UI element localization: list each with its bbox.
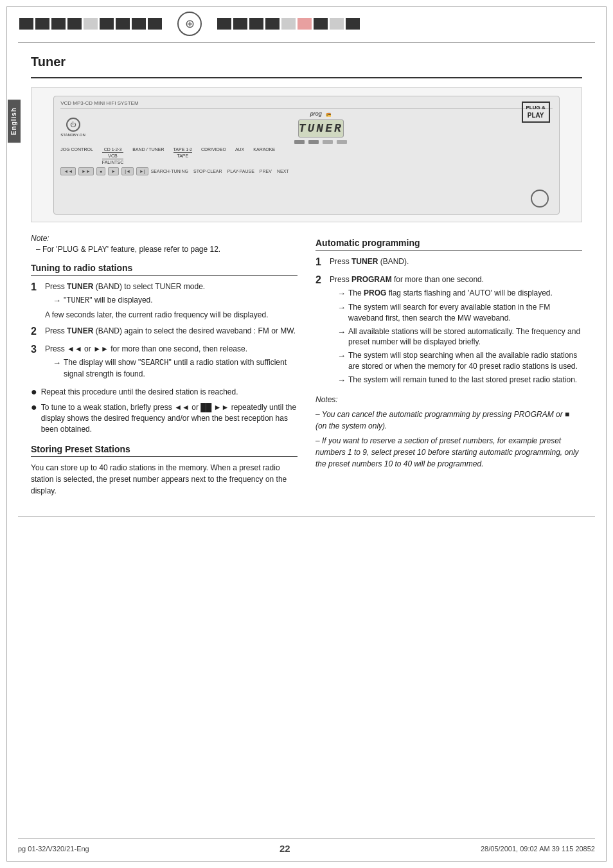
auto-step2-before: Press bbox=[330, 275, 351, 284]
step3-content: Press ◄◄ or ►► for more than one second,… bbox=[45, 343, 298, 382]
step3-rw: ◄◄ bbox=[67, 344, 82, 353]
header-block-2 bbox=[35, 18, 49, 30]
indicator-bar-4 bbox=[337, 140, 347, 144]
indicator-bar-1 bbox=[294, 140, 305, 144]
header-block-r5 bbox=[281, 18, 296, 30]
auto-step1-content: Press TUNER (BAND). bbox=[330, 256, 582, 269]
stop-clear-label: STOP-CLEAR bbox=[193, 169, 222, 173]
ctrl-play: ► bbox=[108, 167, 119, 175]
tape-label: TAPE 1·2 TAPE bbox=[173, 147, 192, 164]
device-main-row: ⏻ STANDBY·ON prog 📻 TUNER bbox=[60, 111, 553, 144]
footer-center: 22 bbox=[280, 843, 290, 854]
bullet-1: ● Repeat this procedure until the desire… bbox=[31, 387, 298, 398]
header-block-7 bbox=[116, 18, 130, 30]
arrow-icon-3: → bbox=[53, 357, 61, 380]
auto-arrow-2: → The system will search for every avail… bbox=[337, 302, 582, 324]
cd123-label: CD 1·2·3 VCB FAL/NTSC bbox=[102, 147, 123, 164]
footer-right: 28/05/2001, 09:02 AM 39 115 20852 bbox=[481, 845, 595, 853]
header-blocks-right bbox=[217, 18, 360, 30]
auto-step2-content: Press PROGRAM for more than one second. … bbox=[330, 274, 582, 389]
english-tab: English bbox=[8, 100, 21, 143]
device-top-bar: VCD MP3-CD MINI HIFI SYSTEM bbox=[60, 100, 553, 109]
auto-arrow-icon-2: → bbox=[337, 302, 346, 324]
header-block-r3 bbox=[249, 18, 263, 30]
auto-arrow-icon-4: → bbox=[337, 350, 346, 372]
step2-num: 2 bbox=[31, 325, 41, 339]
compass-icon: ⊕ bbox=[185, 17, 195, 31]
step2-bold: TUNER bbox=[67, 326, 93, 335]
note-section: Note: – For 'PLUG & PLAY' feature, pleas… bbox=[31, 234, 298, 254]
auto-arrow-5: → The system will remain tuned to the la… bbox=[337, 375, 582, 386]
notes-italic-label: Notes: bbox=[315, 395, 338, 404]
device-image: VCD MP3-CD MINI HIFI SYSTEM ⏻ STANDBY·ON… bbox=[31, 87, 582, 222]
auto-note-2: – If you want to reserve a section of pr… bbox=[315, 435, 582, 470]
header-block-r8 bbox=[330, 18, 344, 30]
auto-arrow-3-text: All available stations will be stored au… bbox=[348, 326, 582, 348]
auto-prog-heading: Automatic programming bbox=[315, 238, 582, 251]
auto-step-2: 2 Press PROGRAM for more than one second… bbox=[315, 274, 582, 389]
header-block-6 bbox=[100, 18, 114, 30]
bullet-dot-1: ● bbox=[31, 387, 37, 398]
ctrl-prev: |◄ bbox=[121, 167, 134, 175]
plug-play-line2: PLAY bbox=[528, 112, 544, 119]
auto-step1-bold: TUNER bbox=[351, 257, 378, 266]
auto-step1-before: Press bbox=[330, 257, 351, 266]
auto-step1-num: 1 bbox=[315, 256, 326, 269]
prev-label: PREV bbox=[260, 169, 272, 173]
auto-step-1: 1 Press TUNER (BAND). bbox=[315, 256, 582, 269]
footer: pg 01-32/V320/21-Eng 22 28/05/2001, 09:0… bbox=[18, 838, 595, 854]
auto-arrow-5-text: The system will remain tuned to the last… bbox=[348, 375, 577, 386]
bullet-2-text: To tune to a weak station, briefly press… bbox=[41, 402, 298, 434]
step2-text-after: (BAND) again to select the desired waveb… bbox=[93, 326, 296, 335]
step3-arrow-text: The display will show "SEARCH" until a r… bbox=[64, 357, 298, 380]
compass-circle: ⊕ bbox=[177, 12, 202, 36]
header-block-r6 bbox=[298, 18, 312, 30]
plug-play-box: PLUG & PLAY bbox=[522, 102, 550, 123]
bullet-dot-2: ● bbox=[31, 402, 37, 434]
header-block-3 bbox=[51, 18, 66, 30]
tuning-steps-list: 1 Press TUNER (BAND) to select TUNER mod… bbox=[31, 281, 298, 382]
auto-arrow-3: → All available stations will be stored … bbox=[337, 326, 582, 348]
note-label: Note: bbox=[31, 234, 298, 243]
bullet-2: ● To tune to a weak station, briefly pre… bbox=[31, 402, 298, 434]
step1-arrow-text: "TUNER" will be displayed. bbox=[64, 295, 153, 306]
plug-play-line1: PLUG & bbox=[526, 105, 546, 111]
display-top-label: prog 📻 bbox=[310, 111, 332, 117]
power-icon: ⏻ bbox=[70, 121, 76, 128]
auto-note-1: – You can cancel the automatic programmi… bbox=[315, 409, 582, 432]
header-block-r1 bbox=[217, 18, 231, 30]
auto-prog-list: 1 Press TUNER (BAND). 2 Press PROGRAM fo… bbox=[315, 256, 582, 389]
step1-text-before: Press bbox=[45, 282, 67, 291]
header-block-8 bbox=[132, 18, 146, 30]
step3-num: 3 bbox=[31, 343, 41, 382]
cdrvideo-label: CDR/VIDEO bbox=[201, 147, 226, 164]
step1-text-after: (BAND) to select TUNER mode. bbox=[93, 282, 205, 291]
step3-text-after: for more than one second, then release. bbox=[109, 344, 247, 353]
play-pause-label: PLAY-PAUSE bbox=[227, 169, 254, 173]
header-block-r9 bbox=[346, 18, 360, 30]
jog-label: JOG CONTROL bbox=[60, 147, 93, 164]
ctrl-rw: ◄◄ bbox=[60, 167, 76, 175]
auto-step2-num: 2 bbox=[315, 274, 326, 389]
standby-label: STANDBY·ON bbox=[60, 133, 85, 137]
step3-ff: ►► bbox=[93, 344, 109, 353]
auto-arrow-icon-3: → bbox=[337, 326, 346, 348]
step3-text-before: Press bbox=[45, 344, 67, 353]
header-block-1 bbox=[19, 18, 33, 30]
search-tuning-label: SEARCH-TUNING bbox=[151, 169, 188, 173]
ctrl-ff: ►► bbox=[78, 167, 94, 175]
page-title: Tuner bbox=[31, 49, 582, 78]
arrow-icon-1: → bbox=[53, 295, 61, 306]
header-block-r4 bbox=[265, 18, 280, 30]
header-block-r2 bbox=[233, 18, 247, 30]
standby-button: ⏻ bbox=[66, 118, 80, 132]
tuning-heading: Tuning to radio stations bbox=[31, 263, 298, 276]
next-label: NEXT bbox=[277, 169, 289, 173]
aux-label: AUX bbox=[235, 147, 244, 164]
instructions-area: Note: – For 'PLUG & PLAY' feature, pleas… bbox=[31, 234, 582, 497]
auto-arrow-icon-5: → bbox=[337, 375, 346, 386]
display-text: TUNER bbox=[299, 122, 343, 135]
step1-num: 1 bbox=[31, 281, 41, 321]
footer-left: pg 01-32/V320/21-Eng bbox=[18, 845, 89, 853]
auto-step2-after: for more than one second. bbox=[392, 275, 484, 284]
